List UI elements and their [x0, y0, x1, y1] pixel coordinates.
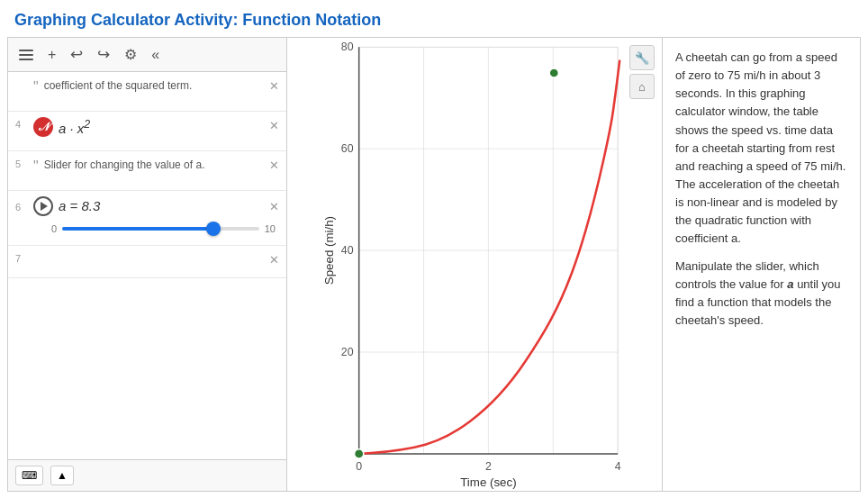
toolbar: + ↩ ↪ ⚙ «	[8, 38, 286, 72]
expression-content[interactable]: coefficient of the squared term.	[44, 77, 262, 94]
svg-text:80: 80	[341, 41, 354, 53]
redo-button[interactable]: ↪	[94, 43, 113, 66]
list-item: " coefficient of the squared term. ✕	[8, 72, 286, 112]
row-number: 6	[15, 202, 28, 213]
undo-button[interactable]: ↩	[67, 43, 86, 66]
data-point	[549, 68, 558, 77]
slider-track[interactable]	[62, 227, 259, 231]
svg-text:20: 20	[341, 346, 354, 358]
gear-icon: ⚙	[124, 46, 137, 63]
row-number: 5	[15, 158, 28, 169]
expression-text: Slider for changing the value of a.	[44, 158, 205, 171]
slider-min-label: 0	[51, 223, 57, 234]
wrench-icon: 🔧	[635, 51, 649, 65]
expression-content[interactable]: a · x2	[59, 117, 262, 138]
graph-controls: 🔧 ⌂	[629, 45, 655, 99]
list-item: 4 𝒩 a · x2 ✕	[8, 112, 286, 151]
list-item: 7 ✕	[8, 246, 286, 278]
function-icon: 𝒩	[33, 117, 53, 137]
close-button[interactable]: ✕	[266, 198, 283, 215]
description-paragraph-1: A cheetah can go from a speed of zero to…	[675, 49, 847, 249]
expression-content[interactable]: a = 8.3	[59, 196, 262, 215]
home-button[interactable]: ⌂	[629, 74, 655, 99]
undo-icon: ↩	[70, 45, 83, 64]
redo-icon: ↪	[97, 45, 110, 64]
quote-icon: "	[33, 79, 39, 95]
add-expression-button[interactable]: +	[44, 45, 59, 65]
row-number: 4	[15, 119, 28, 130]
slider-fill	[62, 227, 210, 231]
svg-text:Speed (mi/h): Speed (mi/h)	[322, 216, 336, 285]
svg-text:2: 2	[485, 460, 492, 473]
slider-thumb[interactable]	[206, 222, 221, 236]
wrench-button[interactable]: 🔧	[629, 45, 655, 70]
slider-max-label: 10	[265, 223, 276, 234]
expand-button[interactable]: ▲	[50, 466, 74, 485]
chevron-left-icon: «	[151, 47, 159, 63]
svg-text:Time (sec): Time (sec)	[460, 475, 516, 489]
graph-area: 80 60 40 20 0 2 4 Time (sec) Speed (mi/h…	[287, 38, 662, 491]
keyboard-button[interactable]: ⌨	[15, 466, 43, 485]
close-button[interactable]: ✕	[266, 251, 283, 268]
row-number: 7	[15, 253, 28, 264]
settings-button[interactable]: ⚙	[121, 44, 140, 65]
data-point-origin	[355, 449, 364, 458]
description-panel: A cheetah can go from a speed of zero to…	[662, 38, 860, 491]
page-title: Graphing Calculator Activity: Function N…	[0, 0, 868, 37]
plus-icon: +	[48, 47, 56, 63]
slider-value-label: a = 8.3	[59, 198, 100, 213]
svg-text:4: 4	[615, 460, 621, 473]
expression-text: coefficient of the squared term.	[44, 79, 193, 92]
collapse-button[interactable]: «	[148, 45, 163, 65]
svg-text:40: 40	[341, 244, 354, 257]
menu-button[interactable]	[15, 48, 37, 62]
play-triangle-icon	[41, 202, 48, 211]
list-item: 6 a = 8.3 ✕ 0	[8, 191, 286, 246]
description-paragraph-2: Manipulate the slider, which controls th…	[675, 258, 847, 330]
svg-text:60: 60	[341, 142, 354, 155]
play-button[interactable]	[33, 196, 53, 216]
list-item: 5 " Slider for changing the value of a. …	[8, 151, 286, 191]
expressions-list: " coefficient of the squared term. ✕ 4 𝒩…	[8, 72, 286, 459]
keyboard-toolbar: ⌨ ▲	[8, 459, 286, 491]
math-expression: a · x2	[59, 121, 90, 136]
home-icon: ⌂	[638, 80, 646, 94]
quote-icon: "	[33, 158, 39, 175]
expression-content[interactable]: Slider for changing the value of a.	[44, 157, 262, 173]
keyboard-icon: ⌨	[22, 469, 37, 482]
graph-svg: 80 60 40 20 0 2 4 Time (sec) Speed (mi/h…	[287, 38, 662, 491]
expressions-panel: + ↩ ↪ ⚙ « " coefficient of the squared	[8, 38, 287, 491]
description-bold-a: a	[787, 277, 793, 291]
chevron-up-icon: ▲	[57, 469, 68, 482]
svg-text:0: 0	[356, 460, 362, 473]
close-button[interactable]: ✕	[266, 157, 283, 174]
close-button[interactable]: ✕	[266, 77, 283, 95]
play-icon[interactable]	[33, 196, 53, 216]
n-logo: 𝒩	[33, 117, 53, 137]
hamburger-icon	[19, 50, 33, 60]
close-button[interactable]: ✕	[266, 117, 283, 134]
